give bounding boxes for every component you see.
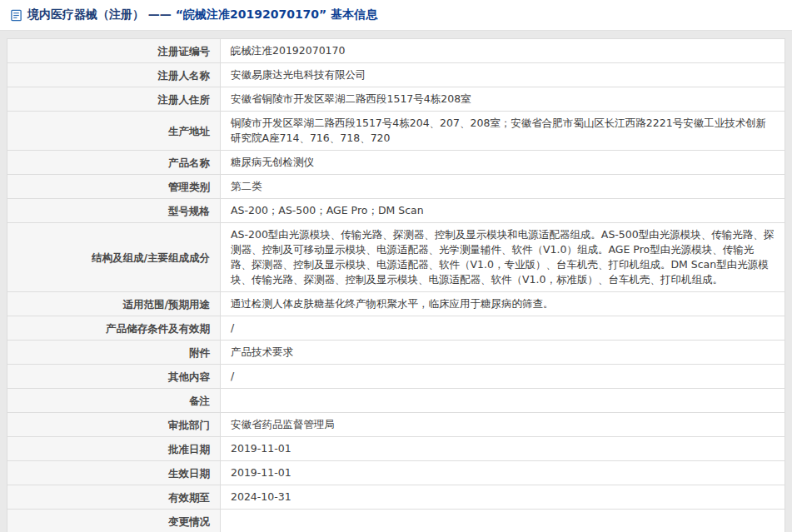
row-value: /	[221, 316, 785, 341]
table-row: 结构及组成/主要组成成分AS-200型由光源模块、传输光路、探测器、控制及显示模…	[7, 223, 785, 292]
row-label: 批准日期	[7, 437, 221, 461]
table-row: 注册人名称安徽易康达光电科技有限公司	[7, 63, 785, 87]
table-row: 型号规格AS-200；AS-500；AGE Pro；DM Scan	[7, 199, 785, 223]
page-title-registration-number: “皖械注准20192070170” 基本信息	[176, 7, 377, 21]
table-row: 生产地址铜陵市开发区翠湖二路西段1517号4栋204、207、208室；安徽省合…	[7, 112, 785, 151]
table-row: 注册证编号皖械注准20192070170	[7, 39, 785, 63]
row-label: 注册人名称	[7, 63, 221, 87]
row-value	[221, 510, 785, 532]
page-title-prefix: 境内医疗器械（注册） ——	[27, 7, 176, 21]
row-label: 有效期至	[7, 485, 221, 510]
row-value	[221, 389, 785, 413]
table-row: 有效期至2024-10-31	[7, 485, 785, 510]
row-label: 产品名称	[7, 151, 221, 175]
row-label: 生效日期	[7, 461, 221, 485]
table-row: 附件产品技术要求	[7, 341, 785, 365]
row-label: 备注	[7, 389, 221, 413]
row-value: 2019-11-01	[221, 461, 785, 485]
row-value: 铜陵市开发区翠湖二路西段1517号4栋204、207、208室；安徽省合肥市蜀山…	[221, 112, 785, 151]
row-label: 型号规格	[7, 199, 221, 223]
row-value: 安徽省铜陵市开发区翠湖二路西段1517号4栋208室	[221, 87, 785, 112]
page-title: 境内医疗器械（注册） —— “皖械注准20192070170” 基本信息	[27, 7, 377, 22]
table-row: 注册人住所安徽省铜陵市开发区翠湖二路西段1517号4栋208室	[7, 87, 785, 112]
row-label: 注册人住所	[7, 87, 221, 112]
row-label: 注册证编号	[7, 39, 221, 63]
row-value: 2019-11-01	[221, 437, 785, 461]
table-row: 管理类别第二类	[7, 175, 785, 199]
document-icon	[10, 9, 22, 22]
table-row: 生效日期2019-11-01	[7, 461, 785, 485]
row-label: 其他内容	[7, 365, 221, 389]
row-label: 适用范围/预期用途	[7, 292, 221, 316]
row-label: 生产地址	[7, 112, 221, 151]
row-value: 皖械注准20192070170	[221, 39, 785, 63]
table-row: 批准日期2019-11-01	[7, 437, 785, 461]
row-value: 第二类	[221, 175, 785, 199]
row-label: 结构及组成/主要组成成分	[7, 223, 221, 292]
row-value: 产品技术要求	[221, 341, 785, 365]
table-row: 变更情况	[7, 510, 785, 532]
table-row: 审批部门安徽省药品监督管理局	[7, 413, 785, 437]
row-label: 审批部门	[7, 413, 221, 437]
table-row: 其他内容/	[7, 365, 785, 389]
row-value: 2024-10-31	[221, 485, 785, 510]
table-row: 备注	[7, 389, 785, 413]
registration-info-table: 注册证编号皖械注准20192070170注册人名称安徽易康达光电科技有限公司注册…	[7, 38, 785, 532]
table-row: 适用范围/预期用途通过检测人体皮肤糖基化终产物积聚水平，临床应用于糖尿病的筛查。	[7, 292, 785, 316]
registration-info-panel: 注册证编号皖械注准20192070170注册人名称安徽易康达光电科技有限公司注册…	[7, 38, 785, 532]
row-value: /	[221, 365, 785, 389]
row-value: 通过检测人体皮肤糖基化终产物积聚水平，临床应用于糖尿病的筛查。	[221, 292, 785, 316]
row-label: 变更情况	[7, 510, 221, 532]
row-value: 糖尿病无创检测仪	[221, 151, 785, 175]
table-row: 产品储存条件及有效期/	[7, 316, 785, 341]
page-header: 境内医疗器械（注册） —— “皖械注准20192070170” 基本信息	[0, 0, 792, 31]
info-table-body: 注册证编号皖械注准20192070170注册人名称安徽易康达光电科技有限公司注册…	[7, 39, 785, 532]
row-value: 安徽省药品监督管理局	[221, 413, 785, 437]
table-row: 产品名称糖尿病无创检测仪	[7, 151, 785, 175]
row-label: 管理类别	[7, 175, 221, 199]
row-value: AS-200型由光源模块、传输光路、探测器、控制及显示模块和电源适配器组成。AS…	[221, 223, 785, 292]
row-value: 安徽易康达光电科技有限公司	[221, 63, 785, 87]
row-label: 产品储存条件及有效期	[7, 316, 221, 341]
row-label: 附件	[7, 341, 221, 365]
row-value: AS-200；AS-500；AGE Pro；DM Scan	[221, 199, 785, 223]
